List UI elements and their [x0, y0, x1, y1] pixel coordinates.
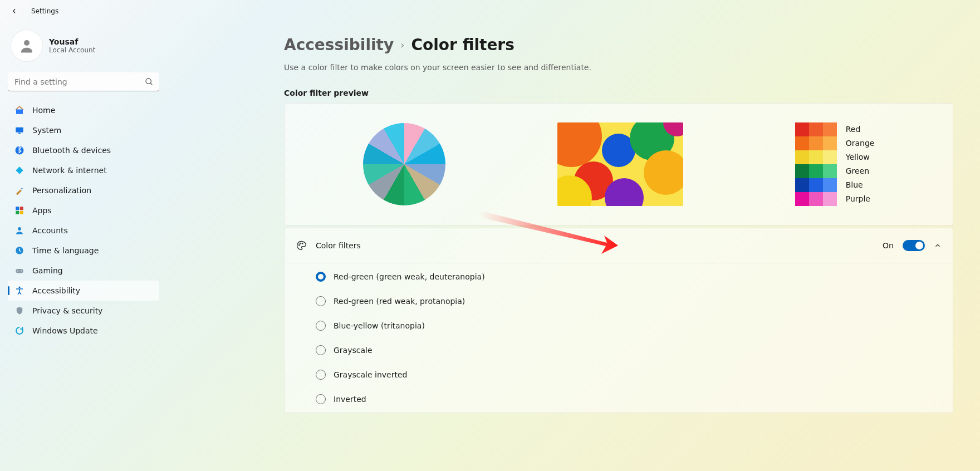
swatch-label: Yellow	[846, 150, 875, 164]
avatar	[11, 30, 42, 61]
swatch	[823, 150, 837, 164]
swatch	[795, 136, 809, 150]
swatch	[795, 192, 809, 206]
sidebar-item-personalization[interactable]: Personalization	[8, 180, 159, 200]
breadcrumb: Accessibility › Color filters	[284, 36, 953, 54]
color-filters-label: Color filters	[316, 241, 874, 250]
svg-rect-3	[18, 133, 21, 134]
sidebar-item-time[interactable]: Time & language	[8, 241, 159, 261]
swatch	[823, 192, 837, 206]
swatch	[809, 192, 823, 206]
svg-rect-11	[16, 269, 23, 273]
sidebar-item-system[interactable]: System	[8, 120, 159, 140]
back-button[interactable]	[8, 4, 21, 18]
svg-rect-2	[16, 127, 23, 133]
accounts-icon	[14, 225, 24, 236]
chevron-right-icon: ›	[400, 39, 404, 51]
search-input[interactable]	[8, 72, 159, 91]
toggle-state-text: On	[883, 241, 894, 250]
update-icon	[14, 326, 24, 336]
swatch-label: Orange	[846, 136, 875, 150]
chevron-up-icon[interactable]	[934, 242, 942, 249]
sidebar-item-accounts[interactable]: Accounts	[8, 220, 159, 241]
svg-point-15	[298, 244, 300, 246]
swatch	[809, 136, 823, 150]
radio-icon	[316, 345, 326, 355]
filter-option-label: Red-green (green weak, deuteranopia)	[334, 272, 485, 281]
filter-option-label: Blue-yellow (tritanopia)	[334, 321, 425, 330]
titlebar: Settings	[0, 0, 980, 22]
swatch	[809, 122, 823, 136]
user-block[interactable]: Yousaf Local Account	[8, 28, 159, 69]
svg-point-14	[19, 287, 21, 288]
filters-card: Color filters On Red-green (green weak, …	[284, 228, 953, 413]
swatch-block: RedOrangeYellowGreenBluePurple	[795, 122, 875, 206]
user-name: Yousaf	[49, 37, 95, 46]
radio-icon	[316, 272, 326, 282]
sidebar-item-label: Home	[32, 106, 55, 115]
sidebar-item-gaming[interactable]: Gaming	[8, 261, 159, 281]
sidebar-item-bluetooth[interactable]: Bluetooth & devices	[8, 140, 159, 160]
sidebar-item-label: Windows Update	[32, 326, 98, 335]
svg-point-12	[17, 271, 18, 272]
filter-option[interactable]: Grayscale inverted	[285, 362, 953, 387]
bluetooth-icon	[14, 145, 24, 155]
sidebar-item-label: Personalization	[32, 186, 91, 195]
radio-icon	[316, 296, 326, 306]
sidebar-item-update[interactable]: Windows Update	[8, 321, 159, 341]
swatch	[823, 164, 837, 178]
sidebar-item-label: Apps	[32, 206, 52, 215]
filter-option[interactable]: Red-green (green weak, deuteranopia)	[285, 264, 953, 289]
filter-options: Red-green (green weak, deuteranopia)Red-…	[285, 263, 953, 413]
color-filters-toggle[interactable]	[903, 240, 925, 251]
sample-image	[557, 122, 683, 206]
sidebar-item-apps[interactable]: Apps	[8, 200, 159, 220]
svg-rect-8	[20, 211, 23, 214]
sidebar-item-accessibility[interactable]: Accessibility	[8, 281, 159, 301]
sidebar-item-label: Bluetooth & devices	[32, 146, 111, 155]
sidebar-item-label: Network & internet	[32, 166, 107, 175]
preview-label: Color filter preview	[284, 89, 953, 97]
sidebar-item-label: Accounts	[32, 226, 68, 235]
swatch	[809, 164, 823, 178]
page-title: Color filters	[411, 36, 514, 54]
user-sub: Local Account	[49, 46, 95, 54]
filter-option[interactable]: Blue-yellow (tritanopia)	[285, 313, 953, 338]
palette-icon	[296, 240, 307, 251]
breadcrumb-parent[interactable]: Accessibility	[284, 36, 394, 54]
svg-point-9	[18, 227, 21, 230]
time-icon	[14, 246, 24, 256]
filter-option[interactable]: Grayscale	[285, 338, 953, 362]
swatch	[823, 122, 837, 136]
svg-point-4	[16, 146, 24, 155]
swatch	[795, 178, 809, 192]
swatch	[823, 136, 837, 150]
svg-rect-5	[16, 207, 19, 210]
swatch	[795, 122, 809, 136]
accessibility-icon	[14, 286, 24, 296]
swatch	[809, 150, 823, 164]
privacy-icon	[14, 306, 24, 316]
swatch-label: Red	[846, 122, 875, 136]
network-icon	[14, 165, 24, 175]
content: Accessibility › Color filters Use a colo…	[167, 22, 980, 471]
preview-card: RedOrangeYellowGreenBluePurple	[284, 103, 953, 225]
swatch	[795, 164, 809, 178]
filter-option-label: Inverted	[334, 395, 366, 404]
page-description: Use a color filter to make colors on you…	[284, 63, 953, 72]
radio-icon	[316, 321, 326, 331]
swatch-label: Green	[846, 164, 875, 178]
sidebar-item-privacy[interactable]: Privacy & security	[8, 301, 159, 321]
color-filters-row[interactable]: Color filters On	[285, 228, 953, 263]
sidebar-item-home[interactable]: Home	[8, 100, 159, 120]
system-icon	[14, 125, 24, 135]
filter-option[interactable]: Red-green (red weak, protanopia)	[285, 289, 953, 313]
filter-option[interactable]: Inverted	[285, 387, 953, 411]
filter-option-label: Grayscale	[334, 346, 373, 355]
color-wheel	[363, 123, 445, 205]
radio-icon	[316, 394, 326, 404]
sidebar-item-network[interactable]: Network & internet	[8, 160, 159, 180]
swatch-label: Blue	[846, 178, 875, 192]
sidebar-item-label: System	[32, 126, 61, 135]
svg-point-13	[21, 271, 22, 272]
